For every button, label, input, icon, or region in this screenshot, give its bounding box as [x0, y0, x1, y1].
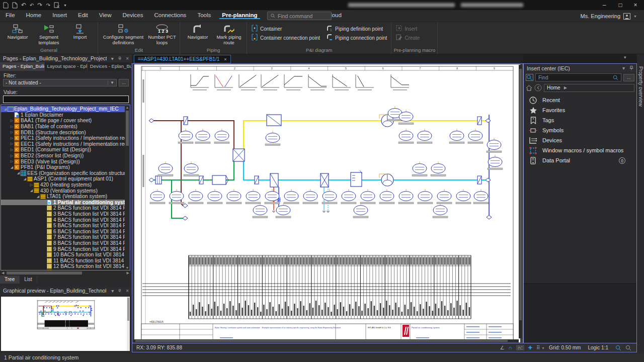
insert-button[interactable]: Insert [393, 25, 422, 33]
filter-more-button[interactable]: ... [119, 79, 129, 86]
preview-scrollbar[interactable] [127, 297, 130, 351]
tree-expand-icon[interactable]: ◢ [10, 165, 14, 169]
tree-item[interactable]: 10 BACS function list VDI 3814 Part 4.3 [1, 252, 125, 258]
tree-item[interactable]: ▷BAB1 (Table of contents) [1, 124, 125, 130]
redo-icon[interactable]: ↷ [37, 2, 42, 9]
tree-expand-icon[interactable]: ▷ [10, 142, 14, 146]
tab-list[interactable]: List [20, 276, 37, 284]
cancel-action-icon[interactable] [54, 2, 60, 9]
insert-center-item-window-macros-symbol-macros[interactable]: Window macros / symbol macros [524, 145, 636, 155]
tree-expand-icon[interactable]: ◢ [3, 107, 8, 111]
tree-item[interactable]: ▷BAA1 (Title page / cover sheet) [1, 118, 125, 124]
tree-item[interactable]: ▷PEC1 (Safety instructions / Implementat… [1, 135, 125, 141]
ribbon-tab-connections[interactable]: Connections [148, 10, 192, 20]
tree-item[interactable]: ◢Eplan_Building_Technology_Project_mm_IE… [1, 106, 125, 112]
tree-item[interactable]: ▷420 (Heating systems) [1, 182, 125, 188]
value-input[interactable] [3, 96, 129, 103]
tree-item[interactable]: 4 BACS function list VDI 3814 Part 4.3 [1, 217, 125, 223]
ribbon-tab-pre-planning[interactable]: Pre-planning [216, 10, 263, 20]
object-snap-icon[interactable]: ∩ [508, 345, 512, 350]
close-button[interactable]: × [628, 0, 643, 10]
tree-expand-icon[interactable]: ▷ [29, 183, 34, 187]
tree-item[interactable]: ◢ASP1 (Control equipment plant 01) [1, 176, 125, 182]
property-overview-strip[interactable]: Property overview [637, 54, 644, 353]
snap-points-icon[interactable]: ∩: [516, 345, 524, 350]
qat-customize-caret[interactable]: ▼ [63, 4, 67, 7]
drawing-canvas[interactable]: 0123456789=430.LTA01/5Eplan 'Heating / v… [132, 63, 523, 343]
tree-item[interactable]: ▷BED3 (Valve list (Design)) [1, 158, 125, 164]
crosshair-icon[interactable]: ✚ [528, 345, 532, 350]
panel-menu-caret[interactable]: ▾ [111, 56, 114, 61]
undo-icon[interactable]: ↶ [21, 2, 26, 9]
container-connection-point-button[interactable]: Container connection point [249, 34, 322, 42]
insert-center-item-recent[interactable]: Recent [524, 95, 636, 105]
dock-tab-2[interactable]: Devices - Eplan_Build... [88, 62, 132, 71]
piping-definition-point-button[interactable]: 1Piping definition point [324, 25, 389, 33]
tree-expand-icon[interactable]: ◢ [23, 177, 27, 181]
tree-item[interactable]: ◢PFB1 (P&I Diagrams) [1, 164, 125, 170]
tree-expand-icon[interactable]: ◢ [16, 171, 21, 175]
insert-center-item-favorites[interactable]: Favorites [524, 105, 636, 115]
tree-item[interactable]: 2 BACS function list VDI 3814 Part 4.3 [1, 205, 125, 211]
zoom-window-icon[interactable] [625, 345, 631, 351]
insert-center-pin-icon[interactable] [629, 66, 633, 70]
piping-connection-point-button[interactable]: Piping connection point [324, 34, 389, 42]
navigator-button[interactable]: Navigator [2, 23, 33, 47]
tree-item[interactable]: ▷BED2 (Sensor list (Design)) [1, 153, 125, 159]
tree-item[interactable]: ◢LTA01 (Ventilation system) [1, 194, 125, 200]
tree-vertical-scrollbar[interactable]: ▲ ▼ [125, 105, 130, 270]
redo-history-icon[interactable]: ↷ [46, 3, 50, 8]
ribbon-tab-insert[interactable]: Insert [47, 10, 72, 20]
insert-center-search-input[interactable]: Find [535, 73, 621, 81]
number-pct-loops-button[interactable]: 1 2 3Number PCT loops [146, 23, 178, 47]
undo-history-icon[interactable]: ↶ [30, 3, 34, 8]
breadcrumb-home[interactable]: Home [547, 85, 560, 90]
tree-expand-icon[interactable]: ▷ [10, 154, 14, 158]
document-tab[interactable]: ==ASP1=430.LTA01++EES&PFB1/1 × [134, 55, 231, 63]
tree-item[interactable]: 11 BACS function list VDI 3814 Part 4.3 [1, 257, 125, 263]
insert-center-caret[interactable]: ▾ [622, 65, 625, 71]
zoom-in-icon[interactable] [615, 345, 621, 351]
mark-piping-route-button[interactable]: Mark piping route [213, 23, 245, 47]
minimize-button[interactable]: – [597, 0, 612, 10]
angle-snap-icon[interactable]: ∠ [500, 345, 504, 350]
open-page-icon[interactable] [12, 2, 18, 9]
dock-tab-1[interactable]: Layout space - Eplan... [45, 62, 88, 71]
insert-center-item-symbols[interactable]: Symbols [524, 125, 636, 135]
tree-item[interactable]: ◢EES (Organization specific location str… [1, 170, 125, 176]
create-button[interactable]: Create [393, 34, 422, 42]
new-page-icon[interactable] [3, 2, 9, 9]
insert-center-item-data-portal[interactable]: Data Portal0 [524, 155, 636, 165]
tree-item[interactable]: ▷BED1 (Consumer list (Design)) [1, 147, 125, 153]
segment-templates-button[interactable]: Segment templates [33, 23, 64, 47]
tree-expand-icon[interactable]: ▷ [10, 130, 14, 134]
tab-tree[interactable]: Tree [0, 276, 20, 284]
tree-expand-icon[interactable]: ▷ [10, 148, 14, 152]
tree-item[interactable]: 9 BACS function list VDI 3814 Part 4.3 [1, 246, 125, 252]
home-icon[interactable] [526, 85, 532, 91]
logic-scale[interactable]: Logic 1:1 [588, 345, 608, 350]
tree-item[interactable]: 12 BACS function list VDI 3814 Part 4.3 [1, 263, 125, 269]
insert-center-item-tags[interactable]: Tags [524, 115, 636, 125]
ribbon-tab-tools[interactable]: Tools [192, 10, 216, 20]
tree-item[interactable]: 8 BACS function list VDI 3814 Part 4.3 [1, 240, 125, 246]
maximize-button[interactable]: □ [613, 0, 628, 10]
schematic-sheet[interactable]: 0123456789=430.LTA01/5Eplan 'Heating / v… [134, 64, 520, 342]
preview-pin-icon[interactable] [118, 289, 121, 293]
tree-item[interactable]: ▷EEC1 (Safety instructions / Implementat… [1, 141, 125, 147]
tree-expand-icon[interactable]: ▷ [10, 125, 14, 129]
search-options-button[interactable]: ... [623, 74, 634, 81]
tree-item[interactable]: 6 BACS function list VDI 3814 Part 4.3 [1, 228, 125, 234]
tab-close-icon[interactable]: × [224, 57, 226, 62]
container-button[interactable]: Container [249, 25, 322, 33]
ribbon-tab-devices[interactable]: Devices [117, 10, 149, 20]
find-command-box[interactable]: Find command [267, 12, 332, 20]
tree-item[interactable]: 1 Eplan Disclaimer [1, 112, 125, 118]
breadcrumb[interactable]: Home ▶ [544, 84, 634, 92]
tree-item[interactable]: 1 Partial air conditioning system [1, 200, 125, 206]
tree-item[interactable]: ◢430 (Ventilation systems) [1, 188, 125, 194]
preview-close-icon[interactable]: × [126, 288, 129, 294]
import-button[interactable]: Import [64, 23, 96, 47]
tree-item[interactable]: 7 BACS function list VDI 3814 Part 4.3 [1, 234, 125, 240]
panel-close-icon[interactable]: × [126, 56, 129, 61]
